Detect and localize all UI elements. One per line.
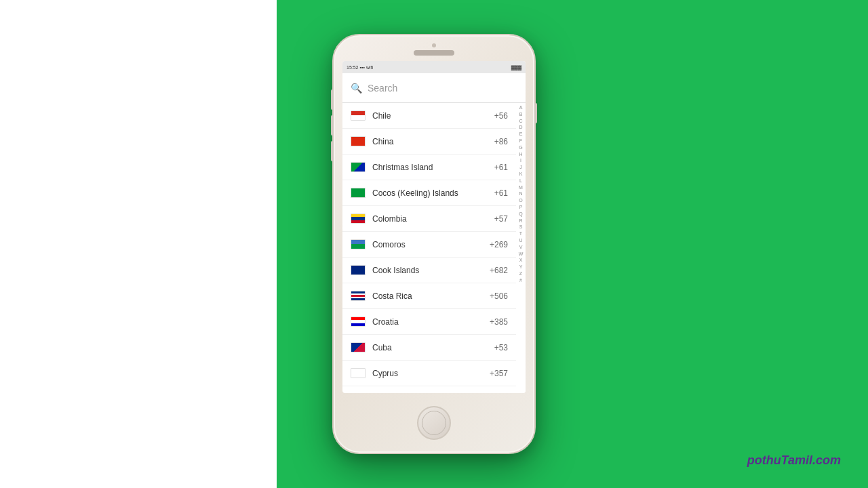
- watermark: pothuTamil.com: [747, 453, 841, 468]
- alpha-index-letter[interactable]: J: [519, 164, 522, 171]
- alpha-index-letter[interactable]: O: [519, 197, 522, 204]
- country-flag: [351, 136, 366, 146]
- list-item[interactable]: Comoros+269: [342, 232, 516, 258]
- home-button-area: [334, 393, 534, 453]
- power-button[interactable]: [534, 103, 537, 123]
- alpha-index-letter[interactable]: S: [519, 224, 523, 230]
- alpha-index-letter[interactable]: E: [519, 131, 523, 138]
- country-flag: [351, 162, 366, 172]
- speaker-grill: [414, 50, 454, 56]
- phone-top-area: [334, 35, 534, 61]
- front-camera: [432, 43, 436, 47]
- alpha-index-letter[interactable]: A: [519, 104, 523, 111]
- alpha-index-letter[interactable]: U: [519, 237, 522, 244]
- alpha-index-letter[interactable]: L: [519, 178, 522, 184]
- country-flag: [351, 214, 366, 224]
- status-bar: 15:52 ▪▪▪ wifi ▓▓▓: [342, 61, 526, 73]
- country-name: Cuba: [372, 343, 494, 352]
- alphabet-index[interactable]: ABCDEFGHIJKLMNOPQRSTUVWXYZ#: [516, 103, 526, 393]
- country-flag: [351, 368, 366, 378]
- list-item[interactable]: Colombia+57: [342, 206, 516, 232]
- alpha-index-letter[interactable]: B: [519, 111, 523, 118]
- alpha-index-letter[interactable]: X: [519, 257, 523, 264]
- volume-up-button[interactable]: [331, 89, 334, 110]
- alpha-index-letter[interactable]: I: [520, 157, 521, 164]
- list-item[interactable]: Cuba+53: [342, 335, 516, 361]
- country-name: Cocos (Keeling) Islands: [372, 188, 494, 198]
- right-side-buttons: [534, 103, 537, 123]
- alpha-index-letter[interactable]: G: [519, 144, 522, 151]
- country-list-wrapper: Chile+56China+86Christmas Island+61Cocos…: [342, 103, 526, 393]
- country-name: Croatia: [372, 317, 490, 327]
- country-dial-code: +506: [490, 291, 508, 301]
- list-item[interactable]: Cook Islands+682: [342, 258, 516, 283]
- country-name: Chile: [372, 111, 494, 121]
- country-name: Costa Rica: [372, 291, 490, 301]
- status-left: 15:52 ▪▪▪ wifi: [347, 65, 373, 70]
- list-item[interactable]: Costa Rica+506: [342, 283, 516, 309]
- country-flag: [351, 291, 366, 301]
- alpha-index-letter[interactable]: T: [519, 230, 522, 237]
- country-name: China: [372, 137, 494, 146]
- volume-down-button[interactable]: [331, 115, 334, 136]
- battery-icon: ▓▓▓: [511, 65, 521, 70]
- alpha-index-letter[interactable]: K: [519, 171, 523, 178]
- country-dial-code: +357: [490, 369, 508, 378]
- country-name: Cyprus: [372, 369, 490, 378]
- alpha-index-letter[interactable]: Q: [519, 211, 522, 218]
- alpha-index-letter[interactable]: R: [519, 218, 522, 224]
- home-button-inner: [422, 411, 446, 435]
- alpha-index-letter[interactable]: N: [519, 190, 522, 197]
- alpha-index-letter[interactable]: Z: [519, 270, 522, 277]
- country-dial-code: +682: [490, 266, 508, 275]
- alpha-index-letter[interactable]: W: [519, 251, 524, 258]
- country-dial-code: +61: [494, 163, 508, 172]
- country-dial-code: +56: [494, 111, 508, 121]
- country-dial-code: +385: [490, 317, 508, 327]
- country-dial-code: +86: [494, 137, 508, 146]
- country-flag: [351, 317, 366, 327]
- alpha-index-letter[interactable]: Y: [519, 264, 523, 270]
- list-item[interactable]: Chile+56: [342, 103, 516, 129]
- alpha-index-letter[interactable]: F: [519, 138, 522, 144]
- alpha-index-letter[interactable]: M: [519, 184, 523, 191]
- signal-icon: ▪▪▪: [360, 65, 365, 70]
- list-item[interactable]: Croatia+385: [342, 309, 516, 335]
- country-dial-code: +269: [490, 240, 508, 249]
- country-name: Cook Islands: [372, 266, 490, 275]
- country-flag: [351, 342, 366, 352]
- country-name: Christmas Island: [372, 163, 494, 172]
- status-right: ▓▓▓: [511, 65, 521, 70]
- wifi-icon: wifi: [366, 65, 373, 70]
- left-side-buttons: [331, 89, 334, 161]
- country-name: Comoros: [372, 240, 490, 249]
- country-flag: [351, 110, 366, 121]
- search-bar[interactable]: 🔍 Search: [342, 73, 526, 103]
- alpha-index-letter[interactable]: D: [519, 124, 522, 131]
- mute-button[interactable]: [331, 141, 334, 161]
- list-item[interactable]: China+86: [342, 129, 516, 155]
- list-item[interactable]: Czech Republic+420: [342, 386, 516, 393]
- alpha-index-letter[interactable]: H: [519, 151, 522, 158]
- list-item[interactable]: Cocos (Keeling) Islands+61: [342, 180, 516, 206]
- alpha-index-letter[interactable]: #: [519, 277, 522, 284]
- alpha-index-letter[interactable]: V: [519, 244, 523, 251]
- country-flag: [351, 265, 366, 275]
- country-dial-code: +53: [494, 343, 508, 352]
- alpha-index-letter[interactable]: C: [519, 118, 522, 125]
- country-flag: [351, 239, 366, 249]
- country-list: Chile+56China+86Christmas Island+61Cocos…: [342, 103, 516, 393]
- white-background-panel: [0, 0, 277, 488]
- home-button[interactable]: [417, 406, 451, 440]
- list-item[interactable]: Cyprus+357: [342, 361, 516, 386]
- country-dial-code: +57: [494, 214, 508, 224]
- time-display: 15:52: [347, 65, 359, 70]
- search-placeholder: Search: [368, 83, 397, 94]
- search-icon: 🔍: [351, 83, 362, 94]
- country-dial-code: +61: [494, 188, 508, 198]
- alpha-index-letter[interactable]: P: [519, 204, 523, 211]
- country-flag: [351, 188, 366, 198]
- phone-device: 15:52 ▪▪▪ wifi ▓▓▓ 🔍 Search Chile+56Chin…: [332, 34, 536, 454]
- country-name: Colombia: [372, 214, 494, 224]
- list-item[interactable]: Christmas Island+61: [342, 155, 516, 180]
